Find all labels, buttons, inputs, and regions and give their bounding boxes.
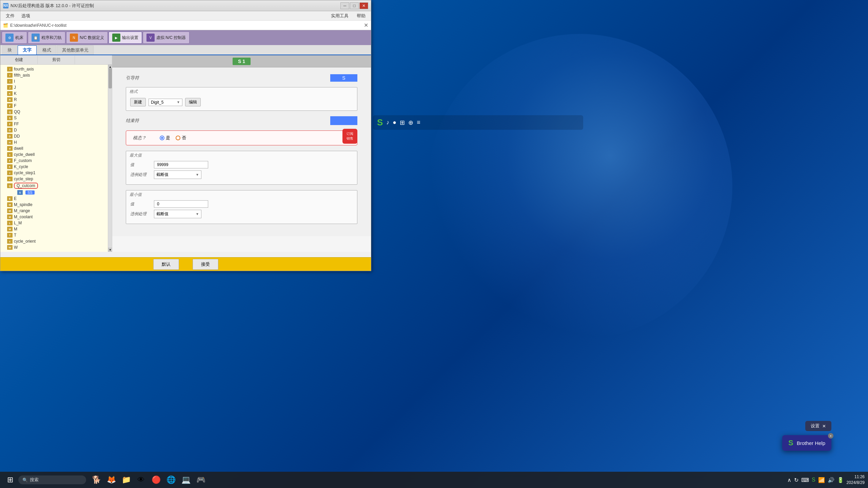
settings-close-icon[interactable]: ✕	[822, 424, 826, 429]
tree-item[interactable]: L L_M	[0, 220, 108, 226]
toolbar-program[interactable]: 📋 程序和刀轨	[28, 32, 65, 44]
tree-item[interactable]: c cycle_step	[0, 176, 108, 182]
settings-bar: 设置 ✕	[805, 421, 831, 431]
red-badge[interactable]: 订阅 销售	[342, 129, 357, 144]
menu-options[interactable]: 选项	[18, 12, 34, 20]
chevron-up-icon[interactable]: ∧	[787, 477, 791, 483]
refresh-icon[interactable]: ↻	[794, 477, 798, 483]
tree-item[interactable]: D DD	[0, 133, 108, 139]
tree-item-q-cutcom[interactable]: Q Q_cutcom	[0, 182, 108, 189]
red-badge-widget[interactable]: 订阅 销售	[342, 129, 357, 144]
tree-item[interactable]: Q QQ	[0, 109, 108, 115]
s1-header: S 1	[112, 55, 371, 67]
scroll-down[interactable]: ▼	[108, 248, 112, 252]
tree-item[interactable]: H H	[0, 139, 108, 145]
menu-icon[interactable]: ≡	[417, 119, 420, 126]
close-button[interactable]: ✕	[359, 2, 368, 9]
tree-item[interactable]: c cycle_orient	[0, 238, 108, 244]
tree-item[interactable]: d dwell	[0, 145, 108, 151]
tree-item[interactable]: M M_spindle	[0, 202, 108, 208]
tree-item[interactable]: c cycle_dwell	[0, 151, 108, 158]
tree-item[interactable]: I I	[0, 78, 108, 84]
cut-btn[interactable]: 剪切	[38, 56, 75, 64]
grid-icon[interactable]: ⊞	[400, 119, 405, 126]
tab-text[interactable]: 文字	[18, 45, 37, 55]
toolbar-machine[interactable]: ⚙ 机床	[2, 32, 27, 44]
taskbar-app-7[interactable]: 💻	[179, 473, 193, 487]
tree-item[interactable]: D D	[0, 127, 108, 133]
tree-item[interactable]: K K_cycle	[0, 164, 108, 170]
format-select[interactable]: Digit_5 ▼	[149, 99, 182, 106]
dot-icon[interactable]: ●	[393, 119, 396, 126]
taskbar-search[interactable]: 🔍 搜索	[18, 475, 86, 484]
tree-item-ss[interactable]: S SS	[11, 189, 108, 196]
menu-help[interactable]: 帮助	[353, 12, 369, 20]
keyboard-icon[interactable]: ⌨	[801, 477, 809, 483]
volume-icon[interactable]: 🔊	[828, 477, 834, 483]
taskbar-app-8[interactable]: 🎮	[194, 473, 208, 487]
min-exception-select[interactable]: 截断值 ▼	[154, 210, 201, 218]
max-section: 最大值 值 违例处理 截断值 ▼	[126, 151, 357, 185]
extra-btn[interactable]	[75, 59, 112, 61]
taskbar-app-6[interactable]: 🌐	[164, 473, 178, 487]
tree-item[interactable]: W W	[0, 244, 108, 250]
leader-char-value[interactable]: S	[330, 74, 357, 82]
music-icon[interactable]: ♪	[386, 119, 389, 126]
tree-item[interactable]: M M	[0, 226, 108, 232]
tree-item[interactable]: M M_coolant	[0, 214, 108, 220]
radio-yes[interactable]: 是	[160, 135, 170, 141]
tree-item[interactable]: F F	[0, 103, 108, 109]
path-close-button[interactable]: ✕	[364, 22, 368, 28]
tree-item[interactable]: M M_range	[0, 208, 108, 214]
create-btn[interactable]: 创建	[0, 56, 38, 64]
taskbar-app-2[interactable]: 🦊	[104, 473, 118, 487]
maximize-button[interactable]: □	[350, 2, 359, 9]
tab-other[interactable]: 其他数据单元	[57, 45, 94, 55]
wifi-icon[interactable]: 📶	[818, 477, 825, 483]
taskbar-clock[interactable]: 11:26 2024/8/29	[847, 474, 865, 486]
tree-item[interactable]: F F_custom	[0, 158, 108, 164]
min-value-input[interactable]	[154, 200, 208, 208]
tree-scrollbar[interactable]: ▲ ▼	[108, 65, 112, 252]
tree-item[interactable]: K K	[0, 90, 108, 97]
battery-icon[interactable]: 🔋	[837, 477, 844, 483]
minimize-button[interactable]: ─	[340, 2, 349, 9]
scroll-thumb[interactable]	[108, 68, 112, 88]
radio-no[interactable]: 否	[176, 135, 186, 141]
edit-format-btn[interactable]: 编辑	[185, 98, 201, 106]
taskbar-app-1[interactable]: 🐕	[90, 473, 103, 487]
tree-item[interactable]: J J	[0, 84, 108, 90]
node-icon: M	[7, 202, 13, 207]
menu-file[interactable]: 文件	[2, 12, 18, 20]
max-exception-select[interactable]: 截断值 ▼	[154, 170, 201, 179]
node-icon: Q	[7, 183, 13, 188]
taskbar-app-4[interactable]: 👁	[134, 473, 148, 487]
tree-item[interactable]: f fourth_axis	[0, 66, 108, 72]
tree-item[interactable]: R R	[0, 97, 108, 103]
end-char-value[interactable]	[330, 116, 357, 125]
start-button[interactable]: ⊞	[3, 473, 17, 487]
toolbar-output[interactable]: ▶ 输出设置	[108, 32, 142, 44]
toolbar-nc-data[interactable]: N N/C 数据定义	[66, 32, 108, 44]
time-display: 11:26	[847, 474, 865, 480]
node-icon: M	[7, 215, 13, 219]
tab-block[interactable]: 块	[2, 45, 17, 55]
app-icon-3: 📁	[122, 475, 131, 484]
tree-item[interactable]: E E	[0, 196, 108, 202]
brother-close-icon[interactable]: ×	[828, 433, 833, 439]
tree-item[interactable]: F FF	[0, 121, 108, 127]
new-format-btn[interactable]: 新建	[130, 98, 146, 106]
max-value-input[interactable]	[154, 161, 208, 168]
toolbar-virtual-nc[interactable]: V 虚拟 N/C 控制器	[143, 32, 190, 44]
tab-format[interactable]: 格式	[37, 45, 56, 55]
ime-icon[interactable]: S	[812, 477, 815, 483]
node-icon: F	[7, 103, 13, 108]
tree-item[interactable]: c cycle_step1	[0, 170, 108, 176]
tree-item[interactable]: S S	[0, 115, 108, 121]
taskbar-app-5[interactable]: 🔴	[149, 473, 163, 487]
taskbar-app-3[interactable]: 📁	[119, 473, 133, 487]
plus-icon[interactable]: ⊕	[408, 119, 413, 126]
tree-item[interactable]: T T	[0, 232, 108, 238]
tree-item[interactable]: f fifth_axis	[0, 72, 108, 78]
menu-tools[interactable]: 实用工具	[328, 12, 352, 20]
